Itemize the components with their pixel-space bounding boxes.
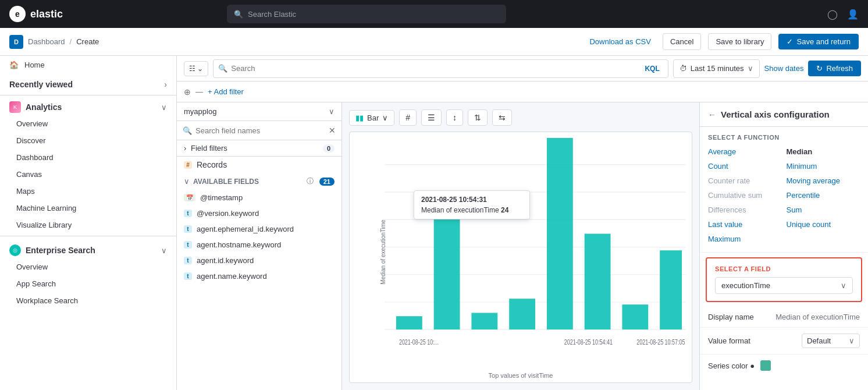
series-color-label: Series color ● (708, 361, 755, 370)
bar-type-label: Bar (367, 114, 379, 122)
bar-7[interactable] (622, 304, 648, 329)
sidebar-item-overview[interactable]: Overview (0, 115, 176, 132)
sidebar-item-dashboard[interactable]: Dashboard (0, 149, 176, 166)
sidebar-divider (0, 236, 176, 236)
sidebar-item-app-search[interactable]: App Search (0, 275, 176, 292)
user-icon[interactable]: 👤 (847, 9, 859, 20)
right-panel-title: Vertical axis configuration (721, 109, 830, 119)
recently-viewed-toggle[interactable]: › (164, 80, 167, 89)
field-type-t-2: t (184, 225, 192, 233)
function-count[interactable]: Count (708, 160, 782, 172)
dropdown-chevron-icon: ∨ (382, 114, 388, 122)
sidebar-item-discover[interactable]: Discover (0, 132, 176, 149)
cancel-button[interactable]: Cancel (663, 33, 701, 50)
field-search-clear-button[interactable]: ✕ (329, 126, 336, 135)
chart-area: ▮▮ Bar ∨ # ☰ ↕ ⇅ ⇆ Median of executionTi… (342, 102, 699, 390)
right-panel-back-button[interactable]: ← (708, 110, 716, 119)
bar-8[interactable] (660, 250, 682, 329)
field-select-dropdown[interactable]: executionTime ∨ (715, 277, 853, 294)
time-picker[interactable]: ⏱ Last 15 minutes ∨ (673, 59, 760, 78)
function-sum[interactable]: Sum (787, 204, 860, 216)
hash-button[interactable]: # (399, 109, 417, 126)
refresh-button[interactable]: ↻ Refresh (808, 61, 861, 76)
function-average[interactable]: Average (708, 146, 782, 158)
sidebar-item-machine-learning[interactable]: Machine Learning (0, 200, 176, 217)
kql-badge[interactable]: KQL (641, 63, 663, 74)
field-item-version-keyword[interactable]: t @version.keyword (177, 205, 341, 221)
refresh-icon: ↻ (816, 64, 823, 73)
content-area: ☷ ⌄ 🔍 KQL ⏱ Last 15 minutes ∨ Show dates… (177, 56, 868, 390)
save-return-button[interactable]: ✓ Save and return (778, 34, 859, 49)
value-format-dropdown[interactable]: Default ∨ (802, 334, 860, 348)
select-field-section: Select a field executionTime ∨ (706, 257, 862, 302)
sort-desc-button[interactable]: ⇅ (468, 109, 488, 126)
field-item-timestamp[interactable]: 📅 @timestamp (177, 190, 341, 205)
function-percentile[interactable]: Percentile (787, 189, 860, 201)
sidebar-item-canvas[interactable]: Canvas (0, 166, 176, 183)
records-label: Records (197, 160, 227, 169)
data-view-toggle[interactable]: ☷ ⌄ (184, 61, 208, 76)
field-item-agent-id[interactable]: t agent.id.keyword (177, 253, 341, 268)
display-name-label: Display name (708, 313, 754, 321)
field-search-input[interactable] (195, 126, 325, 135)
time-label: Last 15 minutes (691, 64, 744, 73)
function-last-value[interactable]: Last value (708, 218, 782, 231)
function-median[interactable]: Median (787, 146, 860, 158)
value-format-value: Default (807, 336, 831, 345)
dropdown-chevron-icon-2: ∨ (841, 281, 846, 290)
records-item[interactable]: # Records (177, 157, 341, 173)
field-filter-row[interactable]: › Field filters 0 (177, 140, 341, 157)
records-type-badge: # (184, 161, 192, 169)
search-input-wrap: 🔍 KQL (213, 59, 668, 78)
index-select[interactable]: myapplog ∨ (177, 102, 341, 121)
sidebar-item-enterprise-overview[interactable]: Overview (0, 258, 176, 275)
bar-5[interactable] (547, 138, 573, 329)
bar-dropdown[interactable]: ▮▮ Bar ∨ (349, 110, 394, 126)
fields-list: # Records ∨ Available fields ⓘ 21 📅 @tim… (177, 157, 341, 390)
show-dates-button[interactable]: Show dates (764, 64, 804, 73)
function-unique-count[interactable]: Unique count (787, 218, 860, 231)
function-maximum[interactable]: Maximum (708, 233, 782, 245)
display-name-value: Median of executionTime (775, 313, 860, 321)
enterprise-search-section-header[interactable]: ◎ Enterprise Search ∨ (0, 239, 176, 258)
analytics-label: Analytics (26, 102, 161, 112)
bar-1[interactable] (396, 316, 422, 329)
add-filter-button[interactable]: + Add filter (208, 87, 244, 96)
home-label: Home (24, 61, 45, 69)
field-item-hostname[interactable]: t agent.hostname.keyword (177, 237, 341, 253)
available-fields-header[interactable]: ∨ Available fields ⓘ 21 (177, 173, 341, 190)
series-color-swatch[interactable] (760, 360, 771, 371)
function-minimum[interactable]: Minimum (787, 160, 860, 172)
time-chevron-icon: ∨ (748, 64, 753, 73)
bar-4[interactable] (509, 299, 535, 329)
sidebar-item-visualize-library[interactable]: Visualize Library (0, 217, 176, 233)
function-moving-average[interactable]: Moving average (787, 175, 860, 187)
select-field-label: Select a field (715, 265, 853, 272)
bar-2[interactable] (434, 213, 460, 329)
selected-field-value: executionTime (721, 281, 770, 290)
global-search[interactable]: 🔍 Search Elastic (227, 5, 506, 23)
download-csv-button[interactable]: Download as CSV (585, 35, 656, 48)
help-icon[interactable]: ◯ (827, 9, 838, 20)
field-item-agent-name[interactable]: t agent.name.keyword (177, 268, 341, 284)
bar-3[interactable] (471, 313, 497, 329)
top-nav: e elastic 🔍 Search Elastic ◯ 👤 (0, 0, 868, 28)
right-panel: ← Vertical axis configuration Select a f… (699, 102, 868, 390)
analytics-section-header[interactable]: K Analytics ∨ (0, 95, 176, 115)
search-input[interactable] (231, 64, 638, 73)
breadcrumb-parent[interactable]: Dashboard (28, 37, 65, 46)
field-item-ephemeral-id[interactable]: t agent.ephemeral_id.keyword (177, 221, 341, 237)
save-library-button[interactable]: Save to library (708, 33, 771, 50)
series-color-row: Series color ● (700, 354, 868, 377)
filter-button[interactable]: ⇆ (492, 109, 512, 126)
sort-asc-button[interactable]: ↕ (446, 109, 463, 126)
field-search-icon: 🔍 (183, 126, 192, 135)
left-panel: myapplog ∨ 🔍 ✕ › Field filters 0 (177, 102, 342, 390)
sidebar-item-home[interactable]: 🏠 Home (0, 56, 176, 74)
sidebar-item-maps[interactable]: Maps (0, 183, 176, 200)
sidebar: 🏠 Home Recently viewed › K Analytics ∨ O… (0, 56, 177, 390)
sidebar-item-workplace-search[interactable]: Workplace Search (0, 292, 176, 309)
select-function-section: Select a function Average Median Count M… (700, 127, 868, 253)
bar-6[interactable] (585, 234, 611, 330)
list-button[interactable]: ☰ (421, 109, 442, 126)
